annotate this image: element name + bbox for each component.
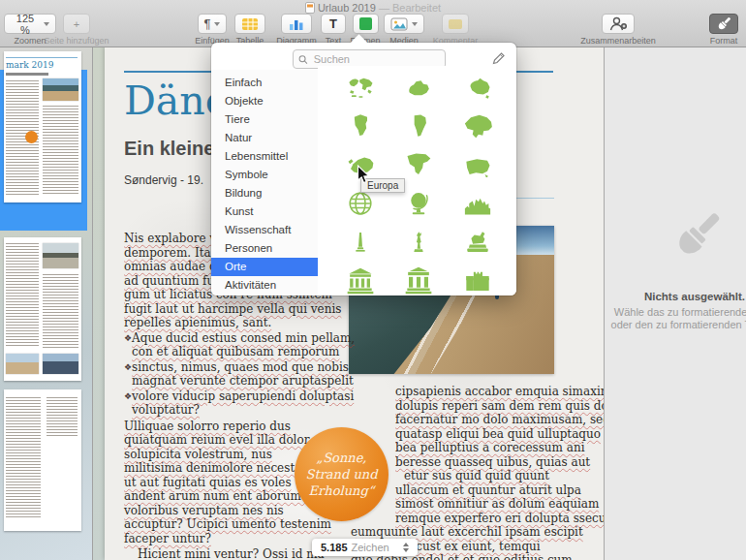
shape-castle[interactable] [449, 262, 507, 296]
shape-temple[interactable] [331, 262, 389, 296]
stepper-up-icon[interactable] [403, 540, 409, 546]
shape-australia[interactable] [449, 68, 507, 107]
window-edited-badge: — Bearbeitet [379, 2, 441, 14]
shape-icon-grid [318, 66, 516, 296]
chevron-down-icon [214, 22, 220, 29]
thumb-title-text: mark 2019 [6, 60, 53, 70]
bullet-marker: ❖ [124, 389, 132, 418]
bullet-item[interactable]: ❖ sinctus, nimus, quaes mod que nobis ma… [124, 360, 331, 389]
thumb-text-block [43, 106, 78, 195]
category-bildung[interactable]: Bildung [211, 184, 318, 202]
category-aktivitaeten[interactable]: Aktivitäten [211, 276, 318, 295]
pantheon-icon [404, 266, 433, 296]
castle-icon [463, 266, 492, 296]
shape-world-map[interactable] [331, 68, 389, 107]
format-button[interactable] [709, 14, 738, 34]
callout-circle[interactable]: „Sonne, Strand und Erholung“ [295, 427, 389, 521]
statue-of-liberty-icon [407, 228, 430, 257]
shape-square-icon [359, 17, 372, 30]
globe-icon [346, 189, 375, 218]
thumb-text-block [43, 274, 78, 348]
table-button[interactable] [234, 14, 265, 34]
australia-icon [463, 75, 492, 100]
shape-statue-of-liberty[interactable] [389, 223, 448, 262]
category-personen[interactable]: Personen [211, 239, 318, 258]
south-america-icon [406, 111, 431, 140]
word-count-stepper[interactable] [403, 540, 409, 555]
shape-city-skyline[interactable] [449, 184, 507, 223]
shape-south-america[interactable] [389, 107, 448, 145]
bullet-item[interactable]: ❖ Aque ducid estius consed min pellam, c… [124, 331, 331, 359]
category-symbole[interactable]: Symbole [211, 166, 318, 184]
insert-button[interactable]: ¶ [198, 14, 228, 34]
thumb-text-block [6, 243, 39, 348]
shape-pantheon[interactable] [389, 262, 448, 296]
shape-obelisk[interactable] [331, 223, 389, 262]
pilcrow-icon: ¶ [204, 16, 211, 31]
equestrian-monument-icon [463, 229, 492, 256]
window-toolbar: Urlaub 2019 — Bearbeitet 125 % Zoomen + … [0, 0, 746, 47]
shape-africa[interactable] [331, 107, 389, 145]
category-wissenschaft[interactable]: Wissenschaft [211, 221, 318, 239]
word-count-widget[interactable]: 5.185 Zeichen [312, 539, 418, 556]
search-icon [298, 54, 308, 65]
shape-asia[interactable] [449, 107, 507, 145]
chart-button[interactable] [281, 14, 312, 34]
bullet-item[interactable]: ❖ volore viducip saperupiendi doluptasi … [124, 389, 331, 418]
shape-category-list: Einfach Objekte Tiere Natur Lebensmittel… [211, 70, 319, 296]
shape-usa[interactable] [449, 145, 507, 184]
bullet-text[interactable]: sinctus, nimus, quaes mod que nobis magn… [132, 360, 354, 389]
paintbrush-icon [659, 203, 729, 277]
city-skyline-icon [462, 190, 493, 217]
africa-icon [347, 111, 374, 140]
category-einfach[interactable]: Einfach [211, 74, 318, 92]
window-title: Urlaub 2019 — Bearbeitet [0, 2, 746, 14]
shape-button[interactable] [353, 14, 379, 34]
bullet-marker: ❖ [124, 360, 132, 389]
document-dateline[interactable]: Søndervig - 19. [124, 173, 203, 187]
thumb-sunset-photo [43, 354, 78, 374]
bullet-text[interactable]: Aque ducid estius consed min pellam, con… [132, 331, 355, 359]
toolbar-comment-group: Kommentar [428, 14, 482, 46]
category-orte[interactable]: Orte [211, 258, 318, 276]
search-input[interactable] [312, 52, 440, 66]
format-inspector-panel: Nichts ausgewählt. Wähle das zu formatie… [604, 47, 746, 560]
asia-icon [462, 112, 493, 140]
thumb-beach-photo [43, 78, 78, 101]
temple-icon [346, 266, 375, 296]
shape-equestrian-monument[interactable] [449, 223, 507, 262]
shape-antarctica[interactable] [389, 68, 448, 107]
collaborate-label: Zusammenarbeiten [580, 36, 656, 46]
thumb-subtitle-bar [6, 73, 48, 76]
category-natur[interactable]: Natur [211, 129, 318, 147]
category-lebensmittel[interactable]: Lebensmittel [211, 147, 318, 166]
stepper-down-icon[interactable] [403, 548, 409, 555]
paragraph-3[interactable]: Hicient mini ventur? Ossi id ma doluptat… [124, 547, 331, 560]
collaborate-button[interactable] [602, 14, 635, 34]
text-box-button[interactable]: T [321, 14, 346, 34]
bullet-text[interactable]: volore viducip saperupiendi doluptasi vo… [132, 389, 354, 418]
thumb-house-photo [43, 243, 78, 268]
obelisk-icon [349, 228, 372, 257]
media-image-icon [390, 17, 408, 31]
add-page-button[interactable]: + [63, 14, 90, 34]
document-subtitle[interactable]: Ein kleiner [124, 138, 222, 160]
toolbar-table-group: Tabelle [231, 14, 269, 46]
north-america-icon [404, 151, 433, 178]
category-tiere[interactable]: Tiere [211, 110, 318, 129]
toolbar-text-group: T Text [314, 14, 353, 46]
page-thumbnail-1[interactable]: mark 2019 [4, 51, 81, 202]
page-thumbnail-2[interactable] [4, 237, 81, 381]
category-kunst[interactable]: Kunst [211, 202, 318, 221]
comment-button[interactable] [442, 14, 469, 34]
page-thumbnail-3[interactable] [4, 389, 81, 531]
category-objekte[interactable]: Objekte [211, 92, 318, 110]
thumb-text-block [47, 397, 78, 436]
document-file-icon [305, 2, 315, 14]
media-button[interactable] [384, 14, 424, 34]
inspector-empty-hint: Wähle das zu formatierende Objekt oder d… [604, 306, 746, 331]
format-brush-icon [716, 17, 731, 31]
add-page-label: Seite hinzufügen [44, 36, 109, 46]
window-title-text: Urlaub 2019 [318, 2, 376, 14]
toolbar-collaborate-group: Zusammenarbeiten [574, 14, 663, 46]
